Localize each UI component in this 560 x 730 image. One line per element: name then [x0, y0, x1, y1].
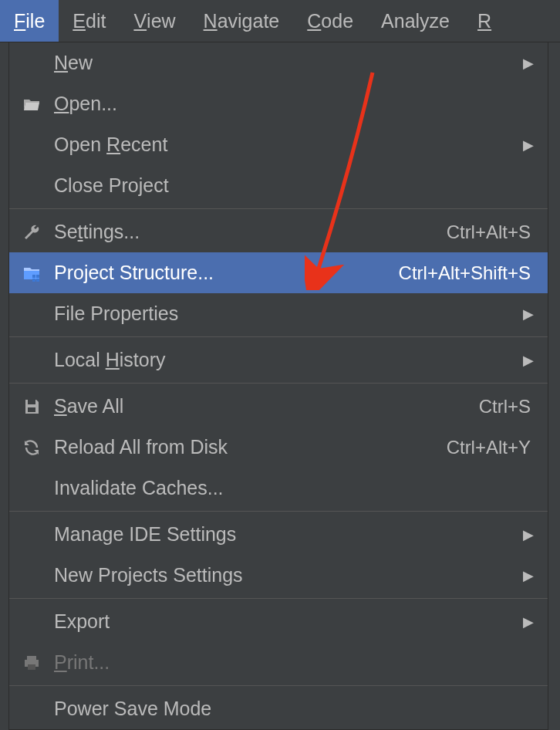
menu-item-invalidate-caches[interactable]: Invalidate Caches... [9, 468, 548, 509]
menu-item-close-project[interactable]: Close Project [9, 165, 548, 206]
menu-item-label: New [54, 52, 93, 74]
menu-item-local-history[interactable]: Local History▶ [9, 340, 548, 380]
print-icon [9, 654, 54, 672]
menu-item-settings[interactable]: Settings...Ctrl+Alt+S [9, 211, 548, 252]
menu-item-label: Local History [54, 349, 166, 371]
submenu-arrow-icon: ▶ [523, 613, 537, 630]
svg-rect-2 [32, 279, 35, 282]
submenu-arrow-icon: ▶ [523, 55, 537, 72]
menu-item-file-properties[interactable]: File Properties▶ [9, 293, 548, 334]
menu-separator [9, 336, 548, 337]
menu-item-power-save-mode[interactable]: Power Save Mode [9, 688, 548, 729]
menubar: FileEditViewNavigateCodeAnalyzeR [0, 0, 560, 42]
menubar-item-edit[interactable]: Edit [59, 0, 120, 42]
wrench-icon [9, 223, 54, 242]
folder-open-icon [9, 95, 54, 113]
menu-item-open-recent[interactable]: Open Recent▶ [9, 124, 548, 165]
menu-item-label: File Properties [54, 302, 178, 325]
menu-item-label: Open... [54, 93, 117, 115]
menu-item-new-projects-settings[interactable]: New Projects Settings▶ [9, 555, 548, 596]
svg-rect-6 [27, 656, 36, 660]
menu-item-label: Settings... [54, 221, 140, 243]
menu-separator [9, 383, 548, 384]
menu-item-manage-ide-settings[interactable]: Manage IDE Settings▶ [9, 514, 548, 555]
project-structure-icon [9, 264, 54, 282]
menu-item-print: Print... [9, 642, 548, 683]
menu-item-shortcut: Ctrl+S [479, 396, 537, 417]
menu-item-label: Manage IDE Settings [54, 523, 236, 546]
menu-item-label: Export [54, 610, 110, 633]
menu-item-label: Close Project [54, 174, 169, 197]
menu-item-label: Reload All from Disk [54, 436, 228, 458]
menu-item-shortcut: Ctrl+Alt+Y [447, 437, 537, 458]
submenu-arrow-icon: ▶ [523, 526, 537, 543]
menu-item-shortcut: Ctrl+Alt+Shift+S [399, 262, 537, 284]
menu-item-label: Invalidate Caches... [54, 477, 224, 499]
svg-rect-8 [28, 664, 35, 670]
svg-rect-0 [32, 275, 35, 278]
menu-separator [9, 685, 548, 686]
menu-item-label: Print... [54, 651, 110, 674]
svg-rect-4 [28, 400, 35, 404]
menu-item-project-structure[interactable]: Project Structure...Ctrl+Alt+Shift+S [9, 252, 548, 293]
menubar-item-r[interactable]: R [464, 0, 505, 42]
save-icon [9, 397, 54, 416]
svg-rect-1 [36, 275, 39, 278]
menubar-item-navigate[interactable]: Navigate [190, 0, 294, 42]
submenu-arrow-icon: ▶ [523, 352, 537, 369]
menu-item-export[interactable]: Export▶ [9, 601, 548, 642]
menu-item-reload-all-from-disk[interactable]: Reload All from DiskCtrl+Alt+Y [9, 427, 548, 468]
menubar-item-code[interactable]: Code [293, 0, 367, 42]
menu-item-save-all[interactable]: Save AllCtrl+S [9, 386, 548, 427]
menu-item-label: Power Save Mode [54, 698, 211, 720]
menu-separator [9, 511, 548, 512]
file-menu-dropdown: New▶Open...Open Recent▶Close ProjectSett… [8, 42, 548, 730]
svg-rect-5 [28, 407, 35, 412]
menu-item-label: Project Structure... [54, 262, 214, 284]
menu-item-shortcut: Ctrl+Alt+S [447, 221, 537, 243]
menu-item-open[interactable]: Open... [9, 83, 548, 124]
menu-item-label: New Projects Settings [54, 564, 243, 586]
menu-item-new[interactable]: New▶ [9, 42, 548, 83]
menu-item-label: Open Recent [54, 133, 167, 156]
menubar-item-file[interactable]: File [0, 0, 59, 42]
menu-item-label: Save All [54, 395, 123, 417]
submenu-arrow-icon: ▶ [523, 567, 537, 584]
menubar-item-view[interactable]: View [120, 0, 189, 42]
reload-icon [9, 438, 54, 457]
menu-separator [9, 208, 548, 209]
menubar-item-analyze[interactable]: Analyze [367, 0, 464, 42]
menu-separator [9, 598, 548, 599]
svg-rect-3 [36, 279, 39, 282]
submenu-arrow-icon: ▶ [523, 137, 537, 154]
submenu-arrow-icon: ▶ [523, 306, 537, 323]
